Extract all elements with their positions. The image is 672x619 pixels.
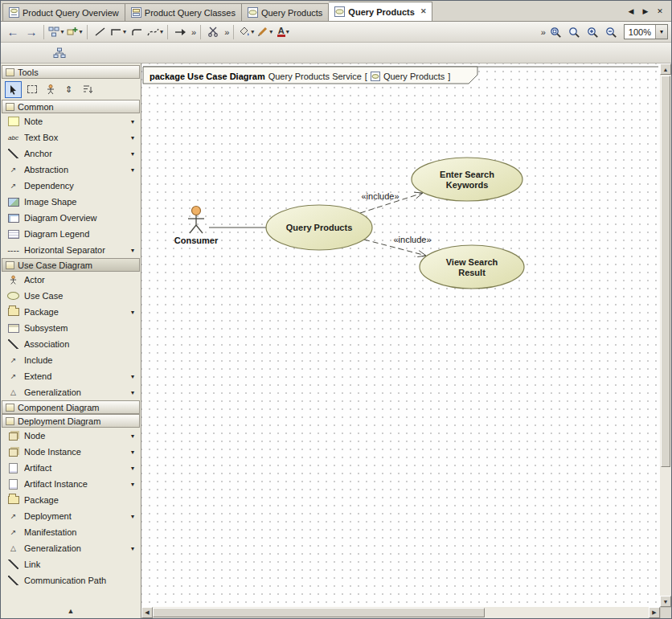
dropdown-arrow-icon[interactable]: ▾ <box>129 247 137 254</box>
palette-item-communication-path[interactable]: Communication Path <box>2 572 140 588</box>
palette-item-association[interactable]: Association <box>2 336 140 352</box>
forward-button[interactable]: → <box>23 23 40 41</box>
dropdown-arrow-icon[interactable]: ▾ <box>129 150 137 158</box>
tab-query-products[interactable]: Query Products <box>242 3 329 21</box>
dropdown-arrow-icon[interactable]: ▾ <box>129 389 137 396</box>
spread-tool-button[interactable]: ⇕ <box>60 81 77 98</box>
palette-item-dependency[interactable]: ↗ Dependency <box>2 178 140 194</box>
dropdown-arrow-icon[interactable]: ▾ <box>129 545 137 552</box>
dropdown-arrow-icon[interactable]: ▾ <box>129 118 137 125</box>
toolbar-overflow-button[interactable]: » <box>223 27 230 37</box>
palette-item-node[interactable]: Node ▾ <box>2 428 140 444</box>
tab-query-products-active[interactable]: Query Products ✕ <box>329 2 432 21</box>
palette-section-tools[interactable]: Tools <box>2 65 140 79</box>
layout-dropdown-button[interactable]: ▾ <box>47 23 65 41</box>
use-case-query-products[interactable]: Query Products <box>266 205 372 250</box>
fill-color-button[interactable]: ▾ <box>237 23 255 41</box>
dropdown-arrow-icon[interactable]: ▾ <box>129 465 137 472</box>
dropdown-arrow-icon[interactable]: ▾ <box>129 166 137 174</box>
zoom-select[interactable]: 100% ▾ <box>624 24 668 39</box>
palette-scroll-up-button[interactable]: ▲ <box>68 607 75 615</box>
deployment-icon: ↗ <box>6 510 20 522</box>
dropdown-arrow-icon[interactable]: ▾ <box>129 373 137 380</box>
palette-item-diagram-legend[interactable]: Diagram Legend <box>2 226 140 242</box>
pointer-tool-button[interactable] <box>5 81 22 98</box>
dropdown-arrow-icon[interactable]: ▾ <box>129 513 137 520</box>
dropdown-arrow-icon[interactable]: ▾ <box>129 134 137 141</box>
palette-item-node-instance[interactable]: Node Instance ▾ <box>2 444 140 460</box>
toolbar-overflow-button[interactable]: » <box>190 27 197 37</box>
palette-item-artifact-instance[interactable]: Artifact Instance ▾ <box>2 476 140 492</box>
cut-button[interactable] <box>204 23 222 41</box>
palette-item-anchor[interactable]: Anchor ▾ <box>2 146 140 162</box>
line-straight-button[interactable] <box>91 23 109 41</box>
vertical-scrollbar[interactable]: ▲ ▼ <box>660 64 671 607</box>
palette-item-use-case[interactable]: Use Case <box>2 288 140 304</box>
palette-item-subsystem[interactable]: Subsystem <box>2 320 140 336</box>
use-case-enter-search-keywords[interactable]: Enter Search Keywords <box>412 158 522 201</box>
palette-item-deployment[interactable]: ↗ Deployment ▾ <box>2 508 140 524</box>
palette-item-label: Include <box>24 355 137 365</box>
palette-item-include[interactable]: ↗ Include <box>2 352 140 368</box>
palette-section-deployment-diagram[interactable]: Deployment Diagram <box>2 414 140 428</box>
palette-section-common[interactable]: Common <box>2 100 140 113</box>
palette-item-artifact[interactable]: Artifact ▾ <box>2 460 140 476</box>
diagram-canvas[interactable]: Consumer Query Products Enter Search Key… <box>141 64 660 607</box>
line-rectilinear-button[interactable]: ▾ <box>109 23 127 41</box>
palette-section-component-diagram[interactable]: Component Diagram <box>2 400 140 414</box>
palette-item-label: Subsystem <box>24 323 137 333</box>
path-direction-button[interactable] <box>171 23 189 41</box>
palette-item-horizontal-separator[interactable]: ---- Horizontal Separator ▾ <box>2 242 140 258</box>
scroll-tabs-left-button[interactable]: ◀ <box>625 5 637 18</box>
zoom-out-button[interactable] <box>603 23 621 41</box>
zoom-window-button[interactable] <box>566 23 584 41</box>
dropdown-arrow-icon[interactable]: ▾ <box>129 449 137 456</box>
horizontal-scroll-thumb[interactable] <box>153 608 485 617</box>
palette-item-image-shape[interactable]: Image Shape <box>2 194 140 210</box>
palette-item-text-box[interactable]: abc Text Box ▾ <box>2 129 140 146</box>
scroll-down-button[interactable]: ▼ <box>660 596 671 607</box>
palette-item-extend[interactable]: ↗ Extend ▾ <box>2 368 140 384</box>
zoom-in-button[interactable] <box>584 23 602 41</box>
palette-item-deployment-package[interactable]: Package <box>2 492 140 508</box>
frame-keyword: package Use Case Diagram <box>150 72 265 81</box>
palette-item-link[interactable]: Link <box>2 556 140 572</box>
toolbar-overflow-button[interactable]: » <box>539 27 547 37</box>
line-oblique-button[interactable]: ▾ <box>146 23 164 41</box>
palette-section-use-case-diagram[interactable]: Use Case Diagram <box>2 258 140 272</box>
dropdown-arrow-icon[interactable]: ▾ <box>129 481 137 488</box>
tab-close-icon[interactable]: ✕ <box>420 8 427 15</box>
palette-item-manifestation[interactable]: ↗ Manifestation <box>2 524 140 540</box>
actor-consumer[interactable]: Consumer <box>174 207 219 246</box>
back-button[interactable]: ← <box>4 23 22 41</box>
add-shape-dropdown-button[interactable]: ▾ <box>66 23 84 41</box>
dropdown-arrow-icon[interactable]: ▾ <box>129 309 137 316</box>
tab-product-query-classes[interactable]: Product Query Classes <box>125 3 242 21</box>
use-case-view-search-result[interactable]: View Search Result <box>420 245 524 289</box>
close-tab-button[interactable]: ✕ <box>654 5 666 18</box>
scroll-left-button[interactable]: ◀ <box>141 607 153 618</box>
palette-item-note[interactable]: Note ▾ <box>2 113 140 129</box>
marquee-tool-button[interactable] <box>23 81 40 98</box>
scroll-up-button[interactable]: ▲ <box>660 64 671 75</box>
sort-tool-button[interactable] <box>79 81 96 98</box>
dropdown-arrow-icon[interactable]: ▾ <box>129 432 137 440</box>
palette-item-abstraction[interactable]: ↗ Abstraction ▾ <box>2 162 140 178</box>
zoom-fit-button[interactable] <box>547 23 565 41</box>
palette-item-deployment-generalization[interactable]: △ Generalization ▾ <box>2 540 140 556</box>
palette-item-diagram-overview[interactable]: Diagram Overview <box>2 210 140 226</box>
vertical-scroll-thumb[interactable] <box>661 76 670 467</box>
line-rounded-button[interactable] <box>128 23 145 41</box>
scroll-right-button[interactable]: ▶ <box>649 607 660 618</box>
palette-item-generalization[interactable]: △ Generalization ▾ <box>2 384 140 400</box>
containment-tree-button[interactable] <box>51 44 68 62</box>
scroll-tabs-right-button[interactable]: ▶ <box>639 5 652 18</box>
line-color-button[interactable]: ▾ <box>256 23 273 41</box>
font-color-button[interactable]: A ▾ <box>274 23 292 41</box>
horizontal-scrollbar[interactable]: ◀ ▶ <box>141 607 660 618</box>
tab-label: Product Query Overview <box>23 8 119 18</box>
palette-item-actor[interactable]: Actor <box>2 272 140 288</box>
tab-product-query-overview[interactable]: Product Query Overview <box>2 3 125 21</box>
palette-item-package[interactable]: Package ▾ <box>2 304 140 320</box>
actor-tool-button[interactable] <box>42 81 59 98</box>
